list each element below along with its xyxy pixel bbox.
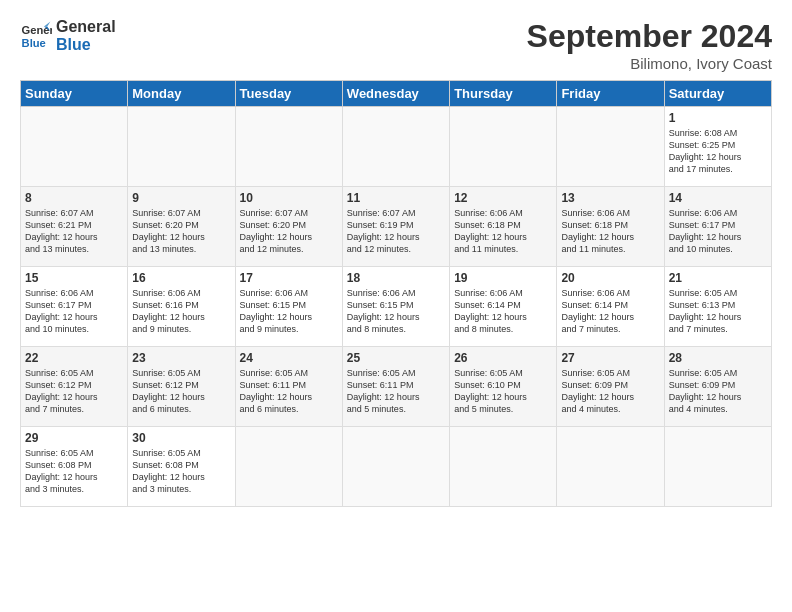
- week-row-5: 29 Sunrise: 6:05 AMSunset: 6:08 PMDaylig…: [21, 427, 772, 507]
- day-cell: 23 Sunrise: 6:05 AMSunset: 6:12 PMDaylig…: [128, 347, 235, 427]
- day-number: 18: [347, 271, 445, 285]
- header: General Blue General Blue September 2024…: [20, 18, 772, 72]
- day-number: 29: [25, 431, 123, 445]
- day-number: 15: [25, 271, 123, 285]
- header-friday: Friday: [557, 81, 664, 107]
- day-number: 9: [132, 191, 230, 205]
- day-number: 30: [132, 431, 230, 445]
- day-number: 16: [132, 271, 230, 285]
- day-info: Sunrise: 6:07 AMSunset: 6:20 PMDaylight:…: [132, 207, 230, 256]
- day-cell: 14 Sunrise: 6:06 AMSunset: 6:17 PMDaylig…: [664, 187, 771, 267]
- week-row-4: 22 Sunrise: 6:05 AMSunset: 6:12 PMDaylig…: [21, 347, 772, 427]
- day-cell: 28 Sunrise: 6:05 AMSunset: 6:09 PMDaylig…: [664, 347, 771, 427]
- page-container: General Blue General Blue September 2024…: [0, 0, 792, 517]
- day-cell: 18 Sunrise: 6:06 AMSunset: 6:15 PMDaylig…: [342, 267, 449, 347]
- day-cell: 8 Sunrise: 6:07 AMSunset: 6:21 PMDayligh…: [21, 187, 128, 267]
- day-number: 25: [347, 351, 445, 365]
- day-cell: 17 Sunrise: 6:06 AMSunset: 6:15 PMDaylig…: [235, 267, 342, 347]
- day-number: 8: [25, 191, 123, 205]
- day-cell: [21, 107, 128, 187]
- day-cell: 1 Sunrise: 6:08 AMSunset: 6:25 PMDayligh…: [664, 107, 771, 187]
- logo: General Blue General Blue: [20, 18, 116, 55]
- day-info: Sunrise: 6:05 AMSunset: 6:08 PMDaylight:…: [25, 447, 123, 496]
- header-monday: Monday: [128, 81, 235, 107]
- svg-text:General: General: [22, 25, 52, 37]
- day-info: Sunrise: 6:05 AMSunset: 6:10 PMDaylight:…: [454, 367, 552, 416]
- day-info: Sunrise: 6:07 AMSunset: 6:21 PMDaylight:…: [25, 207, 123, 256]
- day-number: 23: [132, 351, 230, 365]
- day-cell: 26 Sunrise: 6:05 AMSunset: 6:10 PMDaylig…: [450, 347, 557, 427]
- day-info: Sunrise: 6:06 AMSunset: 6:16 PMDaylight:…: [132, 287, 230, 336]
- header-row: SundayMondayTuesdayWednesdayThursdayFrid…: [21, 81, 772, 107]
- day-cell: [450, 427, 557, 507]
- day-cell: 12 Sunrise: 6:06 AMSunset: 6:18 PMDaylig…: [450, 187, 557, 267]
- day-cell: 29 Sunrise: 6:05 AMSunset: 6:08 PMDaylig…: [21, 427, 128, 507]
- day-number: 13: [561, 191, 659, 205]
- header-saturday: Saturday: [664, 81, 771, 107]
- day-number: 14: [669, 191, 767, 205]
- day-cell: 27 Sunrise: 6:05 AMSunset: 6:09 PMDaylig…: [557, 347, 664, 427]
- day-number: 26: [454, 351, 552, 365]
- day-info: Sunrise: 6:06 AMSunset: 6:14 PMDaylight:…: [454, 287, 552, 336]
- day-cell: [235, 107, 342, 187]
- day-info: Sunrise: 6:08 AMSunset: 6:25 PMDaylight:…: [669, 127, 767, 176]
- day-cell: [235, 427, 342, 507]
- svg-text:Blue: Blue: [22, 38, 46, 50]
- logo-general: General: [56, 18, 116, 36]
- day-cell: 24 Sunrise: 6:05 AMSunset: 6:11 PMDaylig…: [235, 347, 342, 427]
- day-cell: 22 Sunrise: 6:05 AMSunset: 6:12 PMDaylig…: [21, 347, 128, 427]
- calendar-table: SundayMondayTuesdayWednesdayThursdayFrid…: [20, 80, 772, 507]
- day-number: 11: [347, 191, 445, 205]
- day-info: Sunrise: 6:05 AMSunset: 6:08 PMDaylight:…: [132, 447, 230, 496]
- day-number: 28: [669, 351, 767, 365]
- day-info: Sunrise: 6:06 AMSunset: 6:15 PMDaylight:…: [240, 287, 338, 336]
- day-info: Sunrise: 6:06 AMSunset: 6:15 PMDaylight:…: [347, 287, 445, 336]
- day-number: 10: [240, 191, 338, 205]
- day-info: Sunrise: 6:07 AMSunset: 6:20 PMDaylight:…: [240, 207, 338, 256]
- day-cell: 30 Sunrise: 6:05 AMSunset: 6:08 PMDaylig…: [128, 427, 235, 507]
- logo-icon: General Blue: [20, 20, 52, 52]
- day-number: 24: [240, 351, 338, 365]
- header-sunday: Sunday: [21, 81, 128, 107]
- day-cell: 16 Sunrise: 6:06 AMSunset: 6:16 PMDaylig…: [128, 267, 235, 347]
- day-cell: 20 Sunrise: 6:06 AMSunset: 6:14 PMDaylig…: [557, 267, 664, 347]
- day-number: 27: [561, 351, 659, 365]
- day-cell: [342, 107, 449, 187]
- week-row-3: 15 Sunrise: 6:06 AMSunset: 6:17 PMDaylig…: [21, 267, 772, 347]
- day-cell: 11 Sunrise: 6:07 AMSunset: 6:19 PMDaylig…: [342, 187, 449, 267]
- day-cell: 9 Sunrise: 6:07 AMSunset: 6:20 PMDayligh…: [128, 187, 235, 267]
- day-info: Sunrise: 6:05 AMSunset: 6:11 PMDaylight:…: [347, 367, 445, 416]
- day-info: Sunrise: 6:06 AMSunset: 6:17 PMDaylight:…: [669, 207, 767, 256]
- day-info: Sunrise: 6:06 AMSunset: 6:14 PMDaylight:…: [561, 287, 659, 336]
- day-cell: 21 Sunrise: 6:05 AMSunset: 6:13 PMDaylig…: [664, 267, 771, 347]
- day-cell: [557, 427, 664, 507]
- day-cell: 10 Sunrise: 6:07 AMSunset: 6:20 PMDaylig…: [235, 187, 342, 267]
- day-cell: 19 Sunrise: 6:06 AMSunset: 6:14 PMDaylig…: [450, 267, 557, 347]
- day-cell: 15 Sunrise: 6:06 AMSunset: 6:17 PMDaylig…: [21, 267, 128, 347]
- day-cell: [557, 107, 664, 187]
- day-info: Sunrise: 6:05 AMSunset: 6:13 PMDaylight:…: [669, 287, 767, 336]
- title-block: September 2024 Bilimono, Ivory Coast: [527, 18, 772, 72]
- day-number: 22: [25, 351, 123, 365]
- day-number: 1: [669, 111, 767, 125]
- month-title: September 2024: [527, 18, 772, 55]
- day-cell: 25 Sunrise: 6:05 AMSunset: 6:11 PMDaylig…: [342, 347, 449, 427]
- day-info: Sunrise: 6:05 AMSunset: 6:09 PMDaylight:…: [561, 367, 659, 416]
- day-number: 19: [454, 271, 552, 285]
- day-info: Sunrise: 6:05 AMSunset: 6:12 PMDaylight:…: [25, 367, 123, 416]
- day-cell: [450, 107, 557, 187]
- day-info: Sunrise: 6:05 AMSunset: 6:12 PMDaylight:…: [132, 367, 230, 416]
- logo-blue: Blue: [56, 36, 116, 54]
- day-info: Sunrise: 6:06 AMSunset: 6:17 PMDaylight:…: [25, 287, 123, 336]
- header-thursday: Thursday: [450, 81, 557, 107]
- week-row-1: 1 Sunrise: 6:08 AMSunset: 6:25 PMDayligh…: [21, 107, 772, 187]
- day-number: 17: [240, 271, 338, 285]
- header-wednesday: Wednesday: [342, 81, 449, 107]
- day-number: 12: [454, 191, 552, 205]
- header-tuesday: Tuesday: [235, 81, 342, 107]
- week-row-2: 8 Sunrise: 6:07 AMSunset: 6:21 PMDayligh…: [21, 187, 772, 267]
- day-cell: [664, 427, 771, 507]
- day-info: Sunrise: 6:05 AMSunset: 6:09 PMDaylight:…: [669, 367, 767, 416]
- day-info: Sunrise: 6:05 AMSunset: 6:11 PMDaylight:…: [240, 367, 338, 416]
- day-info: Sunrise: 6:06 AMSunset: 6:18 PMDaylight:…: [561, 207, 659, 256]
